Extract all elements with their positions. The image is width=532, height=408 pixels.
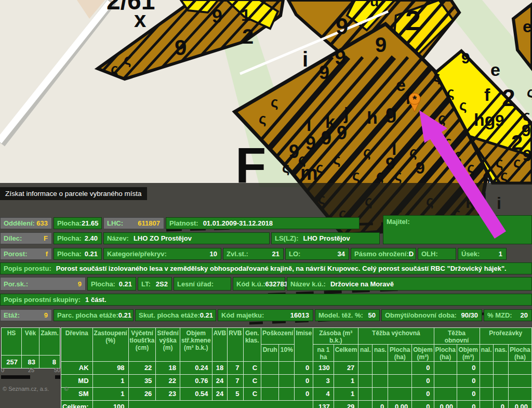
field-value: 9 <box>78 280 85 288</box>
field-value: LHO Prostějov <box>303 234 350 242</box>
field-dilec: Dílec: F <box>0 232 52 244</box>
species-cell: 5 <box>228 387 243 400</box>
species-cell: 22 <box>156 374 180 387</box>
species-cell <box>434 374 457 387</box>
hatch-glyph: ς <box>425 123 433 139</box>
species-cell <box>261 361 279 374</box>
hatch-glyph: ς <box>271 94 278 110</box>
col-header-objem: Objemstř.kmene(m³ b.k.) <box>180 328 212 362</box>
parcel-label: u <box>370 0 379 9</box>
species-cell <box>358 374 373 387</box>
species-cell <box>509 374 532 387</box>
field-usek: Úsek: 1 <box>458 248 507 260</box>
field-value: 2S2 <box>156 280 171 288</box>
species-cell: 0 <box>457 387 480 400</box>
field-label: Platnost: <box>166 219 198 227</box>
hatch-glyph: ς <box>394 167 402 183</box>
field-label: Úsek: <box>458 250 480 258</box>
col-header-zakm: Zakm. <box>39 328 60 356</box>
field-label: Por.sk.: <box>1 280 28 288</box>
field-value: 50 <box>368 311 379 319</box>
parcel-label: 9 <box>175 35 187 60</box>
species-row: AK9822180.24187C01302700 <box>61 361 532 374</box>
parcel-label: g <box>385 101 397 123</box>
hatch-glyph: ς <box>259 111 267 127</box>
species-cell: 0 <box>295 387 313 400</box>
species-cell: 0.54 <box>180 387 212 400</box>
parcel-label: 9 <box>523 146 532 165</box>
parcel-label: 9 <box>522 121 531 140</box>
field-kategorie: Kategorie/překryv: 10 <box>103 248 221 260</box>
hatch-glyph: ς <box>500 167 508 183</box>
field-porsk: Por.sk.: 9 <box>0 277 86 291</box>
parcel-label: 9 <box>461 49 470 67</box>
attribution-text: © Seznam.cz, a.s. <box>3 386 49 392</box>
col-header-objem-vych: Objem(m³) <box>412 345 434 361</box>
species-cell: 0 <box>412 374 434 387</box>
col-header-10pct: 10% <box>279 345 295 361</box>
col-header-plocha-obn: Plocha(ha) <box>434 345 457 361</box>
hatch-glyph: ς <box>527 84 532 100</box>
hatch-glyph: ς <box>333 151 341 167</box>
species-cell <box>373 387 388 400</box>
species-cell: C <box>243 387 261 400</box>
field-value: 20 <box>521 311 531 319</box>
field-label: OLH: <box>418 250 438 258</box>
parcel-label: 9 <box>416 159 425 177</box>
hatch-glyph: ς <box>433 69 441 85</box>
field-value: 16013 <box>290 311 313 319</box>
col-group-poskozeni: Poškození <box>261 328 295 345</box>
col-header-zastoupeni: Zastoupení(%) <box>92 328 128 362</box>
parcel-label: 9 <box>321 127 331 149</box>
col-header-nal-pror: nal. <box>480 345 493 361</box>
parcel-label: 9 <box>495 111 504 130</box>
species-cell: 4 <box>313 387 334 400</box>
parcel-label: 9 <box>336 14 348 39</box>
hatch-glyph: ς <box>513 154 521 170</box>
species-cell: 0.76 <box>180 374 212 387</box>
species-cell <box>480 400 493 408</box>
species-cell: 1 <box>334 374 358 387</box>
species-cell <box>480 374 493 387</box>
field-value: f <box>46 250 51 258</box>
hatch-glyph: ς <box>124 51 131 68</box>
field-nazev-ku: Název k.ú.: Držovice na Moravě <box>287 277 532 291</box>
field-label: LO: <box>286 250 300 258</box>
species-cell: 27 <box>334 361 358 374</box>
field-label: Parc. plocha etáže: <box>54 311 118 319</box>
species-cell <box>358 361 373 374</box>
field-label: Plocha: <box>88 280 115 288</box>
parcel-label: e <box>490 60 500 80</box>
field-label: Kód k.ú.: <box>233 280 265 288</box>
col-header-rvb: RVB <box>228 328 243 362</box>
species-cell <box>373 374 388 387</box>
field-lesni-urad: Lesní úřad: <box>174 277 231 291</box>
col-group-tezba-vychovna: Těžba výchovná <box>358 328 434 345</box>
parcel-label: m <box>300 162 318 184</box>
species-cell: 23 <box>156 387 180 400</box>
hatch-glyph: ς <box>363 144 371 160</box>
species-cell: 0 <box>412 400 434 408</box>
map-attribution: © Seznam.cz, a.s. © <box>3 386 69 392</box>
species-cell <box>509 361 532 374</box>
parcel-label: 9 <box>289 141 299 162</box>
species-cell <box>388 361 412 374</box>
species-cell: AK <box>61 361 93 374</box>
field-model-tez: Model. těž. %: 50 <box>315 309 380 321</box>
hatch-glyph: ς <box>438 110 446 126</box>
species-cell <box>493 361 508 374</box>
species-row: SM126230.54245C04100 <box>61 387 532 400</box>
species-cell: 24 <box>212 374 228 387</box>
species-cell: C <box>243 374 261 387</box>
field-label: % MZD: <box>484 311 512 319</box>
field-value: F <box>44 234 51 242</box>
parcel-label: j <box>343 103 349 123</box>
species-cell <box>388 387 412 400</box>
col-header-stredni: Střednívýška(m) <box>156 328 180 362</box>
field-lt: LT: 2S2 <box>138 277 172 291</box>
field-label: Etáž: <box>1 311 20 319</box>
map-scale-bar: 0 25 50 © Seznam.cz, a.s. © <box>0 366 60 397</box>
field-value: 2.40 <box>85 234 101 242</box>
hatch-glyph: ς <box>454 147 462 163</box>
field-parc-plocha: Parc. plocha etáže: 0.21 <box>54 309 134 321</box>
